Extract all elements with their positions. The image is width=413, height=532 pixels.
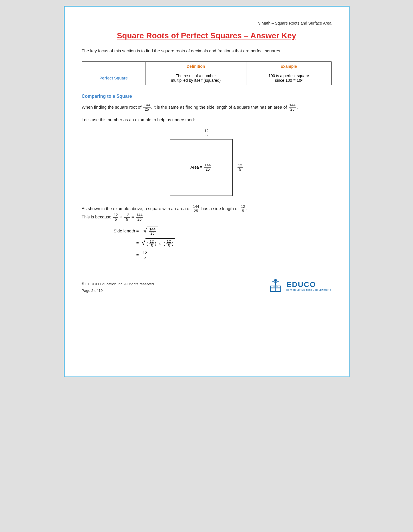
intro-text: The key focus of this section is to find… (82, 47, 332, 54)
sqrt-symbol1: √ (143, 228, 147, 234)
educo-name: EDUCO (286, 280, 316, 289)
frac-12-5-calc1: 125 (113, 213, 118, 222)
math-block: Side length = √ 14425 = √ (125) × (125) (105, 226, 332, 260)
area-frac: 14425 (204, 163, 212, 172)
diagram: 12 5 Area = 14425 12 5 (82, 129, 332, 196)
math-line3: = 125 (105, 250, 332, 260)
area-label: Area = 14425 (190, 163, 212, 172)
frac-144-25-p3: 14425 (192, 205, 200, 213)
footer-page: Page 2 of 19 (82, 287, 155, 294)
footer: © EDUCO Education Inc. All rights reserv… (82, 277, 332, 294)
diagram-square: Area = 14425 (170, 139, 233, 196)
educo-tagline: BETTER LIVING THROUGH LEARNING (286, 289, 331, 291)
page-title: Square Roots of Perfect Squares – Answer… (82, 31, 332, 40)
diagram-side-frac: 12 5 (238, 163, 243, 172)
section1-heading: Comparing to a Square (82, 94, 332, 99)
footer-text: © EDUCO Education Inc. All rights reserv… (82, 281, 155, 294)
math-line1: Side length = √ 14425 (105, 226, 332, 236)
diagram-top-label: 12 5 (203, 129, 210, 138)
sqrt1: √ 14425 (143, 226, 158, 236)
frac-144-25-calc: 14425 (136, 213, 143, 222)
header-subject: 9 Math – Square Roots and Surface Area (82, 21, 332, 25)
equals-label2: = (105, 238, 139, 248)
section1-para3: As shown in the example above, a square … (82, 205, 332, 222)
sqrt-content2: (125) × (125) (145, 238, 175, 248)
diagram-right-label: 12 5 (237, 163, 243, 172)
frac-144-25-m1: 14425 (149, 227, 156, 236)
sqrt-symbol2: √ (142, 240, 145, 246)
sqrt2: √ (125) × (125) (142, 238, 175, 248)
frac-144-25-inline: 14425 (143, 103, 151, 112)
frac-12-5-p3: 125 (240, 205, 246, 213)
definition-table: Definition Example Perfect Square The re… (82, 61, 332, 85)
educo-text-block: EDUCO BETTER LIVING THROUGH LEARNING (286, 280, 331, 291)
section1-para1: When finding the square root of 14425, i… (82, 103, 332, 112)
table-example: 100 is a perfect square since 100 = 10² (246, 71, 331, 85)
table-row-label: Perfect Square (82, 71, 145, 85)
table-definition: The result of a number multiplied by its… (145, 71, 246, 85)
equals-label3: = (105, 250, 139, 260)
svg-point-9 (274, 279, 277, 282)
footer-copyright: © EDUCO Education Inc. All rights reserv… (82, 281, 155, 287)
diagram-square-row: Area = 14425 12 5 (170, 139, 243, 196)
diagram-top-frac: 12 5 (204, 129, 209, 138)
frac-12-5-m2b: 125 (166, 240, 171, 248)
page: 9 Math – Square Roots and Surface Area S… (64, 6, 350, 377)
frac-12-5-m3: 125 (142, 251, 147, 260)
educo-icon-svg (267, 277, 284, 294)
math-line2: = √ (125) × (125) (105, 238, 332, 248)
table-header-definition: Definition (145, 62, 246, 71)
section1-para2: Let's use this number as an example to h… (82, 116, 332, 123)
sqrt-content1: 14425 (147, 226, 158, 236)
side-length-label: Side length = (105, 226, 139, 236)
table-header-example: Example (246, 62, 331, 71)
frac-144-25-inline2: 14425 (289, 103, 296, 112)
educo-logo: EDUCO BETTER LIVING THROUGH LEARNING (267, 277, 331, 294)
frac-12-5-calc2: 125 (124, 213, 129, 222)
frac-12-5-m2a: 125 (149, 240, 154, 248)
